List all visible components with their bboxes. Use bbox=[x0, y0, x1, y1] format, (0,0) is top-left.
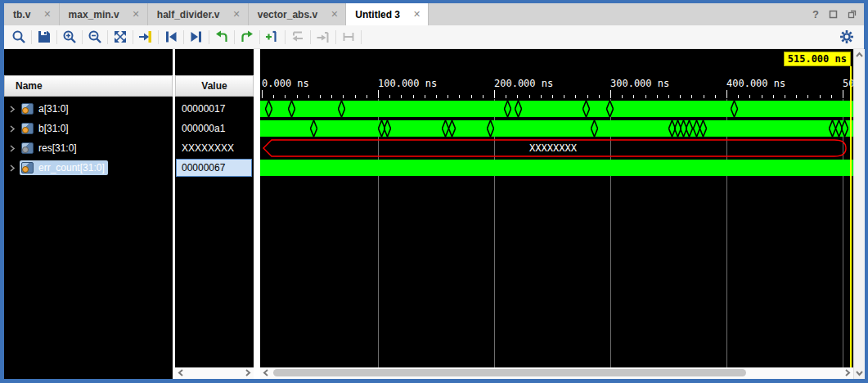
scroll-right-icon[interactable] bbox=[843, 368, 852, 377]
ruler-tick bbox=[262, 90, 263, 98]
toolbar-separator bbox=[361, 30, 362, 44]
signal-value-row[interactable]: 000000a1 bbox=[175, 119, 254, 138]
tab-tb-v[interactable]: tb.v✕ bbox=[4, 3, 60, 25]
ruler-tick bbox=[331, 95, 332, 98]
signal[interactable]: res[31:0] bbox=[20, 141, 80, 155]
ruler-tick bbox=[447, 95, 448, 98]
tab-close-icon[interactable]: ✕ bbox=[133, 9, 140, 20]
expand-chevron-icon[interactable] bbox=[9, 125, 16, 133]
add-marker-icon[interactable] bbox=[262, 28, 283, 46]
wave-row-res310[interactable]: XXXXXXXX bbox=[260, 138, 853, 158]
waveform-rows: XXXXXXXX bbox=[260, 99, 853, 178]
selected-signal[interactable]: err_count[31:0] bbox=[20, 160, 108, 175]
scrollbar-thumb[interactable] bbox=[273, 369, 746, 376]
panel-splitter[interactable] bbox=[254, 49, 260, 379]
next-marker-icon[interactable] bbox=[236, 28, 258, 46]
zoom-out-icon[interactable] bbox=[84, 28, 106, 46]
ruler-tick bbox=[494, 90, 495, 98]
next-transition-icon[interactable] bbox=[186, 28, 207, 46]
ruler-tick bbox=[715, 95, 716, 98]
ruler-tick bbox=[668, 95, 669, 98]
signal[interactable]: b[31:0] bbox=[20, 121, 72, 136]
wave-row-a310[interactable] bbox=[260, 99, 853, 119]
ruler-tick bbox=[610, 90, 611, 98]
signal-dot bbox=[22, 127, 29, 133]
signal[interactable]: a[31:0] bbox=[20, 101, 72, 116]
ruler-tick bbox=[564, 95, 564, 98]
signal-value-row[interactable]: 00000017 bbox=[175, 99, 254, 119]
waveform-horizontal-scrollbar[interactable] bbox=[260, 367, 853, 379]
transition-mark bbox=[841, 120, 848, 137]
ruler-time-label: 300.000 ns bbox=[610, 78, 669, 89]
signal-row[interactable]: b[31:0] bbox=[4, 119, 173, 138]
ruler-tick bbox=[680, 95, 681, 98]
toolbar-separator bbox=[133, 30, 133, 44]
scroll-down-icon[interactable] bbox=[854, 368, 865, 377]
expand-chevron-icon[interactable] bbox=[9, 145, 16, 152]
expand-chevron-icon[interactable] bbox=[9, 106, 16, 113]
signal-name-label: err_count[31:0] bbox=[38, 162, 105, 173]
ruler-time-label: 100.000 ns bbox=[378, 78, 437, 89]
waveform-panel[interactable]: 515.000 ns 0.000 ns100.000 ns200.000 ns3… bbox=[260, 49, 853, 367]
signal-row[interactable]: a[31:0] bbox=[4, 99, 173, 119]
ruler-tick bbox=[762, 95, 762, 98]
tab-vector-abs-v[interactable]: vector_abs.v✕ bbox=[249, 3, 347, 25]
expand-chevron-icon[interactable] bbox=[9, 164, 16, 172]
vertical-scrollbar[interactable] bbox=[853, 49, 865, 379]
tab-close-icon[interactable]: ✕ bbox=[43, 9, 51, 20]
ruler-tick bbox=[820, 95, 821, 98]
float-icon[interactable] bbox=[848, 10, 857, 19]
toolbar-separator bbox=[82, 30, 83, 44]
ruler-tick bbox=[273, 95, 274, 98]
ruler-tick bbox=[389, 95, 390, 98]
cursor-line[interactable] bbox=[850, 66, 852, 367]
scroll-up-icon[interactable] bbox=[854, 51, 865, 60]
scroll-left-icon[interactable] bbox=[177, 368, 186, 377]
zoom-in-icon[interactable] bbox=[59, 28, 80, 46]
wave-row-b310[interactable] bbox=[260, 119, 853, 138]
save-icon[interactable] bbox=[34, 28, 55, 46]
values-horizontal-scrollbar[interactable] bbox=[175, 367, 254, 379]
previous-transition-icon[interactable] bbox=[160, 28, 182, 46]
ruler-tick bbox=[471, 95, 472, 98]
wave-row-err_count310[interactable] bbox=[260, 158, 853, 178]
tab-label: vector_abs.v bbox=[258, 9, 317, 20]
ruler-tick bbox=[773, 95, 774, 98]
tab-close-icon[interactable]: ✕ bbox=[233, 9, 241, 20]
tab-untitled-3[interactable]: Untitled 3✕ bbox=[346, 3, 429, 25]
transition-mark bbox=[310, 120, 317, 137]
transition-mark bbox=[265, 101, 272, 117]
ruler-tick bbox=[704, 95, 704, 98]
snap-to-transition-icon bbox=[313, 28, 334, 46]
signal-name-label: a[31:0] bbox=[38, 103, 69, 115]
bus-signal-icon bbox=[21, 142, 34, 154]
search-icon[interactable] bbox=[8, 28, 29, 46]
gear-icon[interactable] bbox=[836, 28, 857, 46]
signal-row[interactable]: err_count[31:0] bbox=[4, 158, 173, 178]
scroll-right-icon[interactable] bbox=[243, 368, 252, 377]
tab-close-icon[interactable]: ✕ bbox=[413, 9, 421, 20]
signal-row[interactable]: res[31:0] bbox=[4, 138, 173, 158]
help-icon[interactable]: ? bbox=[812, 8, 819, 20]
zoom-fit-icon[interactable] bbox=[110, 28, 131, 46]
bus-waveform bbox=[260, 120, 853, 137]
signal-value-row[interactable]: XXXXXXXX bbox=[175, 138, 254, 158]
previous-marker-icon[interactable] bbox=[211, 28, 232, 46]
name-column-header: Name bbox=[4, 75, 173, 97]
maximize-icon[interactable] bbox=[829, 10, 838, 19]
tab-max-min-v[interactable]: max_min.v✕ bbox=[60, 3, 148, 25]
zoom-to-cursor-icon[interactable] bbox=[135, 28, 156, 46]
tab-close-icon[interactable]: ✕ bbox=[331, 9, 338, 20]
value-edit-field[interactable]: 00000067 bbox=[176, 159, 252, 177]
time-ruler: 0.000 ns100.000 ns200.000 ns300.000 ns40… bbox=[260, 75, 853, 99]
signal-value-row[interactable]: 00000067 bbox=[175, 158, 254, 178]
ruler-tick bbox=[308, 95, 309, 98]
transition-mark bbox=[591, 120, 598, 137]
toolbar-separator bbox=[31, 30, 32, 44]
swap-cursors-icon bbox=[287, 28, 308, 46]
signal-value-rows: 00000017000000a1XXXXXXXX00000067 bbox=[175, 99, 254, 178]
toolbar-separator bbox=[183, 30, 184, 44]
ruler-tick bbox=[691, 95, 692, 98]
tab-half-divider-v[interactable]: half_divider.v✕ bbox=[148, 3, 249, 25]
scroll-left-icon[interactable] bbox=[262, 368, 271, 377]
